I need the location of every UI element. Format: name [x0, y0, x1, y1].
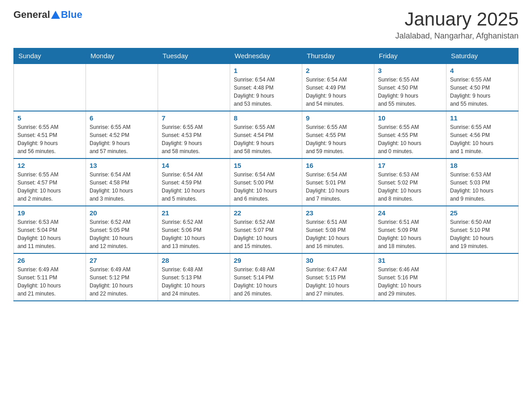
day-cell: 24Sunrise: 6:51 AM Sunset: 5:09 PM Dayli… — [374, 206, 446, 253]
day-cell: 27Sunrise: 6:49 AM Sunset: 5:12 PM Dayli… — [86, 253, 158, 301]
day-number: 17 — [378, 162, 442, 169]
day-info: Sunrise: 6:49 AM Sunset: 5:12 PM Dayligh… — [90, 265, 154, 298]
day-number: 12 — [17, 162, 82, 169]
day-cell: 6Sunrise: 6:55 AM Sunset: 4:52 PM Daylig… — [86, 111, 158, 158]
week-row-5: 26Sunrise: 6:49 AM Sunset: 5:11 PM Dayli… — [14, 253, 519, 301]
day-cell: 21Sunrise: 6:52 AM Sunset: 5:06 PM Dayli… — [158, 206, 230, 253]
day-cell: 9Sunrise: 6:55 AM Sunset: 4:55 PM Daylig… — [302, 111, 374, 158]
day-cell: 28Sunrise: 6:48 AM Sunset: 5:13 PM Dayli… — [158, 253, 230, 301]
day-number: 31 — [378, 257, 442, 264]
day-info: Sunrise: 6:55 AM Sunset: 4:55 PM Dayligh… — [378, 123, 442, 155]
week-row-1: 1Sunrise: 6:54 AM Sunset: 4:48 PM Daylig… — [14, 64, 519, 111]
day-cell: 26Sunrise: 6:49 AM Sunset: 5:11 PM Dayli… — [14, 253, 86, 301]
day-cell: 19Sunrise: 6:53 AM Sunset: 5:04 PM Dayli… — [14, 206, 86, 253]
day-number: 14 — [162, 162, 226, 169]
day-number: 24 — [378, 209, 442, 217]
day-info: Sunrise: 6:55 AM Sunset: 4:52 PM Dayligh… — [90, 123, 154, 155]
day-info: Sunrise: 6:54 AM Sunset: 4:48 PM Dayligh… — [234, 76, 298, 108]
day-info: Sunrise: 6:55 AM Sunset: 4:50 PM Dayligh… — [450, 76, 515, 108]
day-cell: 25Sunrise: 6:50 AM Sunset: 5:10 PM Dayli… — [446, 206, 519, 253]
day-info: Sunrise: 6:55 AM Sunset: 4:51 PM Dayligh… — [17, 123, 82, 155]
day-number: 27 — [90, 257, 154, 264]
day-info: Sunrise: 6:54 AM Sunset: 4:59 PM Dayligh… — [162, 171, 226, 203]
day-number: 8 — [234, 114, 298, 122]
day-info: Sunrise: 6:52 AM Sunset: 5:06 PM Dayligh… — [162, 218, 226, 250]
day-cell: 3Sunrise: 6:55 AM Sunset: 4:50 PM Daylig… — [374, 64, 446, 111]
day-number: 16 — [306, 162, 370, 169]
logo-triangle-icon — [51, 11, 60, 19]
day-cell: 12Sunrise: 6:55 AM Sunset: 4:57 PM Dayli… — [14, 158, 86, 206]
day-info: Sunrise: 6:55 AM Sunset: 4:55 PM Dayligh… — [306, 123, 370, 155]
day-cell: 4Sunrise: 6:55 AM Sunset: 4:50 PM Daylig… — [446, 64, 519, 111]
day-number: 3 — [378, 67, 442, 74]
location-text: Jalalabad, Nangarhar, Afghanistan — [395, 31, 519, 41]
header-row: SundayMondayTuesdayWednesdayThursdayFrid… — [14, 48, 519, 64]
day-cell: 1Sunrise: 6:54 AM Sunset: 4:48 PM Daylig… — [230, 64, 302, 111]
day-cell: 31Sunrise: 6:46 AM Sunset: 5:16 PM Dayli… — [374, 253, 446, 301]
day-number: 19 — [17, 209, 82, 217]
day-number: 30 — [306, 257, 370, 264]
day-cell: 15Sunrise: 6:54 AM Sunset: 5:00 PM Dayli… — [230, 158, 302, 206]
day-info: Sunrise: 6:53 AM Sunset: 5:03 PM Dayligh… — [450, 171, 515, 203]
day-number: 25 — [450, 209, 515, 217]
day-cell — [86, 64, 158, 111]
day-cell — [14, 64, 86, 111]
day-info: Sunrise: 6:47 AM Sunset: 5:15 PM Dayligh… — [306, 265, 370, 298]
day-info: Sunrise: 6:51 AM Sunset: 5:08 PM Dayligh… — [306, 218, 370, 250]
calendar-body: 1Sunrise: 6:54 AM Sunset: 4:48 PM Daylig… — [14, 64, 519, 301]
day-info: Sunrise: 6:55 AM Sunset: 4:56 PM Dayligh… — [450, 123, 515, 155]
day-info: Sunrise: 6:53 AM Sunset: 5:04 PM Dayligh… — [17, 218, 82, 250]
day-info: Sunrise: 6:53 AM Sunset: 5:02 PM Dayligh… — [378, 171, 442, 203]
day-cell — [446, 253, 519, 301]
day-number: 2 — [306, 67, 370, 74]
day-cell: 14Sunrise: 6:54 AM Sunset: 4:59 PM Dayli… — [158, 158, 230, 206]
month-title: January 2025 — [395, 9, 519, 30]
header-cell-tuesday: Tuesday — [158, 48, 230, 64]
day-number: 4 — [450, 67, 515, 74]
logo: General Blue — [13, 9, 82, 21]
day-cell: 10Sunrise: 6:55 AM Sunset: 4:55 PM Dayli… — [374, 111, 446, 158]
day-info: Sunrise: 6:55 AM Sunset: 4:50 PM Dayligh… — [378, 76, 442, 108]
day-cell: 18Sunrise: 6:53 AM Sunset: 5:03 PM Dayli… — [446, 158, 519, 206]
day-number: 5 — [17, 114, 82, 122]
day-info: Sunrise: 6:52 AM Sunset: 5:07 PM Dayligh… — [234, 218, 298, 250]
day-cell: 30Sunrise: 6:47 AM Sunset: 5:15 PM Dayli… — [302, 253, 374, 301]
day-cell: 8Sunrise: 6:55 AM Sunset: 4:54 PM Daylig… — [230, 111, 302, 158]
day-info: Sunrise: 6:55 AM Sunset: 4:53 PM Dayligh… — [162, 123, 226, 155]
day-cell: 2Sunrise: 6:54 AM Sunset: 4:49 PM Daylig… — [302, 64, 374, 111]
day-cell — [158, 64, 230, 111]
header-cell-wednesday: Wednesday — [230, 48, 302, 64]
day-number: 21 — [162, 209, 226, 217]
day-number: 28 — [162, 257, 226, 264]
day-cell: 5Sunrise: 6:55 AM Sunset: 4:51 PM Daylig… — [14, 111, 86, 158]
logo-general-text: General — [13, 9, 50, 21]
day-cell: 23Sunrise: 6:51 AM Sunset: 5:08 PM Dayli… — [302, 206, 374, 253]
day-cell: 29Sunrise: 6:48 AM Sunset: 5:14 PM Dayli… — [230, 253, 302, 301]
day-cell: 11Sunrise: 6:55 AM Sunset: 4:56 PM Dayli… — [446, 111, 519, 158]
day-number: 18 — [450, 162, 515, 169]
day-info: Sunrise: 6:54 AM Sunset: 5:01 PM Dayligh… — [306, 171, 370, 203]
header-cell-friday: Friday — [374, 48, 446, 64]
day-number: 1 — [234, 67, 298, 74]
day-info: Sunrise: 6:54 AM Sunset: 5:00 PM Dayligh… — [234, 171, 298, 203]
day-number: 22 — [234, 209, 298, 217]
header-cell-sunday: Sunday — [14, 48, 86, 64]
day-cell: 7Sunrise: 6:55 AM Sunset: 4:53 PM Daylig… — [158, 111, 230, 158]
day-info: Sunrise: 6:49 AM Sunset: 5:11 PM Dayligh… — [17, 265, 82, 298]
day-info: Sunrise: 6:52 AM Sunset: 5:05 PM Dayligh… — [90, 218, 154, 250]
day-number: 26 — [17, 257, 82, 264]
day-cell: 16Sunrise: 6:54 AM Sunset: 5:01 PM Dayli… — [302, 158, 374, 206]
title-block: January 2025 Jalalabad, Nangarhar, Afgha… — [395, 9, 519, 41]
day-info: Sunrise: 6:54 AM Sunset: 4:49 PM Dayligh… — [306, 76, 370, 108]
day-number: 9 — [306, 114, 370, 122]
day-info: Sunrise: 6:51 AM Sunset: 5:09 PM Dayligh… — [378, 218, 442, 250]
day-number: 7 — [162, 114, 226, 122]
day-cell: 22Sunrise: 6:52 AM Sunset: 5:07 PM Dayli… — [230, 206, 302, 253]
day-number: 6 — [90, 114, 154, 122]
day-info: Sunrise: 6:55 AM Sunset: 4:57 PM Dayligh… — [17, 171, 82, 203]
day-number: 11 — [450, 114, 515, 122]
day-number: 20 — [90, 209, 154, 217]
day-info: Sunrise: 6:48 AM Sunset: 5:13 PM Dayligh… — [162, 265, 226, 298]
day-info: Sunrise: 6:50 AM Sunset: 5:10 PM Dayligh… — [450, 218, 515, 250]
day-info: Sunrise: 6:46 AM Sunset: 5:16 PM Dayligh… — [378, 265, 442, 298]
